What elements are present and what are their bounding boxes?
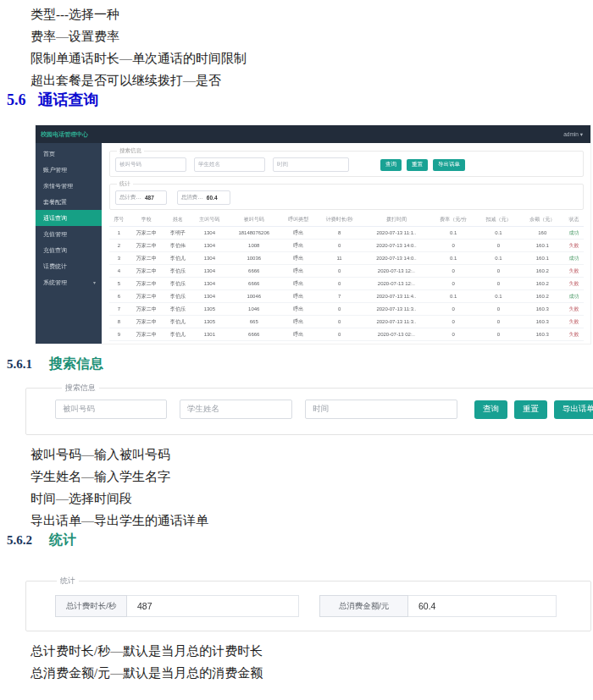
- table-cell: 3: [109, 252, 129, 265]
- table-cell: 0: [476, 240, 520, 252]
- doc-line: 超出套餐是否可以继续拨打—是否: [30, 69, 247, 91]
- table-cell: 0: [430, 341, 477, 344]
- button-重置[interactable]: 重置: [514, 400, 547, 419]
- stats-row: 总计费…487总消费…60.4: [115, 190, 578, 205]
- table-row: 2万家二中李伯伟13041008呼出02020-07-13 14:0..0016…: [109, 240, 584, 252]
- field-label: 时间: [306, 404, 329, 415]
- column-header: 序号: [109, 213, 129, 227]
- sidebar-item-套餐配置[interactable]: 套餐配置: [36, 194, 102, 210]
- sidebar-item-话费统计[interactable]: 话费统计: [36, 258, 102, 274]
- table-cell: 失败: [564, 278, 584, 290]
- button-导出话单[interactable]: 导出话单: [433, 159, 465, 171]
- sidebar-item-首页[interactable]: 首页: [36, 146, 102, 162]
- table-cell: 万家二中: [129, 278, 164, 290]
- table-cell: 0.1: [430, 290, 477, 303]
- column-header: 费率（元/分: [430, 213, 477, 227]
- table-cell: 1301: [191, 341, 227, 344]
- column-header: 状态: [564, 213, 584, 227]
- table-cell: 160.1: [520, 240, 564, 252]
- button-导出话单[interactable]: 导出话单: [554, 400, 593, 419]
- table-cell: 1305: [191, 303, 227, 316]
- stat-总消费…: 总消费…60.4: [177, 190, 230, 205]
- sidebar-item-账户管理[interactable]: 账户管理: [36, 162, 102, 178]
- stats-panel: 统计 总计费…487总消费…60.4: [109, 180, 584, 210]
- button-重置[interactable]: 重置: [407, 159, 428, 171]
- sidebar-item-充值管理[interactable]: 充值管理: [36, 226, 102, 242]
- field-label: 时间: [274, 161, 288, 168]
- search-field-时间[interactable]: 时间: [305, 400, 457, 419]
- sidebar-item-label: 首页: [43, 150, 55, 158]
- sidebar-item-亲情号管理[interactable]: 亲情号管理: [36, 178, 102, 194]
- statistics-screenshot: 统计 总计费时长/秒487总消费金额/元60.4: [25, 576, 591, 631]
- table-cell: 10046: [227, 290, 280, 303]
- search-field-时间[interactable]: 时间: [273, 157, 349, 172]
- table-cell: 万家二中: [129, 316, 164, 328]
- column-header: 姓名: [164, 213, 191, 227]
- sidebar-item-充值查询[interactable]: 充值查询: [36, 242, 102, 258]
- stats-panel-legend: 统计: [117, 180, 133, 188]
- search-field-被叫号码[interactable]: 被叫号码: [115, 157, 186, 172]
- table-cell: 11: [316, 252, 363, 265]
- table-cell: 万家二中: [129, 265, 164, 278]
- table-cell: 0: [476, 278, 520, 290]
- table-cell: 6666: [227, 265, 280, 278]
- search-field-学生姓名[interactable]: 学生姓名: [194, 157, 265, 172]
- table-cell: 1305: [191, 316, 227, 328]
- search-field-学生姓名[interactable]: 学生姓名: [180, 400, 292, 419]
- table-cell: 160: [520, 227, 564, 240]
- sidebar-item-通话查询[interactable]: 通话查询: [36, 210, 102, 226]
- table-cell: 李伯乐: [164, 341, 191, 344]
- sidebar-item-系统管理[interactable]: 系统管理▾: [36, 274, 102, 290]
- sidebar-item-label: 账户管理: [43, 166, 67, 174]
- search-fieldset: 搜索信息 被叫号码学生姓名时间查询重置导出话单: [25, 383, 593, 435]
- table-cell: 万家二中: [129, 341, 164, 344]
- search-fieldset-legend: 搜索信息: [62, 383, 99, 394]
- table-row: 9万家二中李伯儿13016666呼出02020-07-13 02:..00160…: [109, 328, 584, 341]
- table-cell: 0.1: [476, 290, 520, 303]
- search-row: 被叫号码学生姓名时间查询重置导出话单: [115, 157, 578, 172]
- table-cell: 0: [430, 316, 477, 328]
- table-cell: 呼出: [280, 278, 316, 290]
- table-cell: 2020-07-13 11:3..: [363, 303, 430, 316]
- table-cell: 李伯乐: [164, 278, 191, 290]
- stat-label: 总消费金额/元: [319, 595, 408, 617]
- table-cell: 李伯儿: [164, 316, 191, 328]
- intro-paragraph: 类型---选择一种费率—设置费率限制单通话时长—单次通话的时间限制超出套餐是否可…: [30, 3, 247, 91]
- table-cell: 0: [430, 240, 477, 252]
- table-cell: 失败: [564, 341, 584, 344]
- doc-line: 时间—选择时间段: [30, 488, 208, 510]
- table-cell: 0: [430, 278, 477, 290]
- doc-line: 费率—设置费率: [30, 25, 247, 47]
- table-cell: 万家二中: [129, 290, 164, 303]
- table-cell: 0: [476, 303, 520, 316]
- column-header: 余额（元）: [520, 213, 564, 227]
- stat-group-总消费金额/元: 总消费金额/元60.4: [319, 595, 557, 617]
- search-field-被叫号码[interactable]: 被叫号码: [55, 400, 167, 419]
- table-cell: 李明子: [164, 227, 191, 240]
- stat-总计费…: 总计费…487: [115, 190, 167, 205]
- section-heading-5-6-1: 5.6.1搜索信息: [7, 356, 103, 373]
- user-menu[interactable]: admin ▾: [563, 131, 590, 138]
- table-cell: 1301: [191, 328, 227, 341]
- table-cell: 2020-07-13 02:..: [363, 328, 430, 341]
- section-number: 5.6.1: [7, 357, 32, 371]
- table-cell: 160.3: [520, 316, 564, 328]
- table-cell: 2020-07-13 11:3..: [363, 316, 430, 328]
- sidebar-item-label: 话费统计: [43, 262, 67, 271]
- table-cell: 0: [316, 316, 363, 328]
- column-header: 扣减（元）: [476, 213, 520, 227]
- table-cell: 呼出: [280, 341, 316, 344]
- table-cell: 2020-07-13 12:..: [363, 265, 430, 278]
- table-cell: 6666: [227, 341, 280, 344]
- button-查询[interactable]: 查询: [474, 400, 507, 419]
- table-cell: 李伯乐: [164, 290, 191, 303]
- table-cell: 呼出: [280, 328, 316, 341]
- button-查询[interactable]: 查询: [380, 159, 402, 171]
- doc-line: 被叫号码—输入被叫号码: [30, 444, 208, 466]
- table-row: 6万家二中李伯乐130410046呼出72020-07-13 11:4..0.1…: [109, 290, 584, 303]
- table-cell: 10: [109, 341, 129, 344]
- column-header: 学校: [129, 213, 164, 227]
- table-cell: 成功: [564, 290, 584, 303]
- table-cell: 1304: [191, 290, 227, 303]
- table-cell: 0: [430, 303, 477, 316]
